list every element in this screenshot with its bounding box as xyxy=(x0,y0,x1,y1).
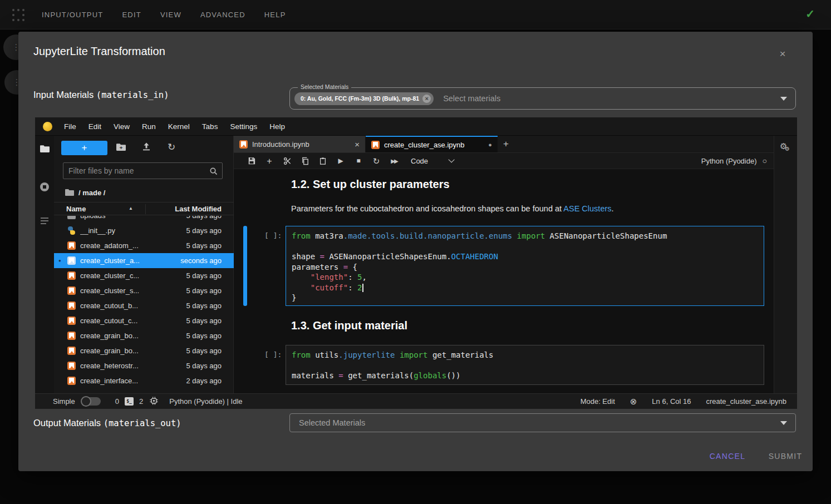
jl-menu-help[interactable]: Help xyxy=(263,122,291,131)
file-row[interactable]: __init__.py5 days ago xyxy=(54,223,234,238)
output-materials-placeholder: Selected Materials xyxy=(299,418,365,427)
tab-introduction[interactable]: Introduction.ipynb × xyxy=(234,136,366,152)
file-row[interactable]: create_cluster_s...5 days ago xyxy=(54,283,234,298)
selected-materials-combobox[interactable]: Selected Materials 0: Au, Gold, FCC (Fm-… xyxy=(289,87,796,110)
material-chip-label: 0: Au, Gold, FCC (Fm-3m) 3D (Bulk), mp-8… xyxy=(301,95,419,102)
running-kernels-tab-icon[interactable] xyxy=(35,182,54,191)
app-menu: INPUT/OUTPUT EDIT VIEW ADVANCED HELP xyxy=(42,0,286,29)
trust-shield-icon[interactable]: ⊗ xyxy=(630,397,637,407)
notebook-icon xyxy=(67,256,76,265)
submit-button[interactable]: SUBMIT xyxy=(764,446,807,466)
terminals-count[interactable]: 0 xyxy=(115,397,119,406)
restart-run-all-icon[interactable]: ▶▶ xyxy=(385,153,403,169)
notebook-tabbar: Introduction.ipynb × create_cluster_ase.… xyxy=(234,136,774,153)
output-materials-label: Output Materials (materials_out) xyxy=(33,418,181,428)
restart-kernel-icon[interactable]: ↻ xyxy=(367,153,385,169)
cut-cells-icon[interactable] xyxy=(278,153,296,169)
cell-collapser-bar[interactable] xyxy=(243,226,247,306)
menu-edit[interactable]: EDIT xyxy=(122,11,141,19)
folder-icon xyxy=(67,216,76,220)
run-cell-icon[interactable]: ▶ xyxy=(332,153,350,169)
chevron-down-icon[interactable] xyxy=(449,156,455,162)
menu-input-output[interactable]: INPUT/OUTPUT xyxy=(42,11,103,19)
column-last-modified[interactable]: Last Modified xyxy=(175,205,222,213)
code-cell-cluster-params[interactable]: from mat3ra.made.tools.build.nanoparticl… xyxy=(286,226,764,306)
file-name: create_cutout_c... xyxy=(80,317,181,325)
table-of-contents-tab-icon[interactable] xyxy=(35,217,54,225)
apps-grid-icon[interactable] xyxy=(12,9,24,21)
menu-help[interactable]: HELP xyxy=(264,11,286,19)
property-inspector-gear-icon[interactable]: ⚙⚙ xyxy=(780,141,787,151)
jl-menu-settings[interactable]: Settings xyxy=(224,122,263,131)
file-row[interactable]: create_grain_bo...5 days ago xyxy=(54,343,234,358)
file-row[interactable]: ●create_cluster_a...seconds ago xyxy=(54,253,234,268)
dropdown-caret-icon[interactable] xyxy=(780,421,787,425)
output-materials-text: Output Materials xyxy=(33,418,104,428)
notebook-icon xyxy=(67,302,76,310)
file-row[interactable]: create_interface...2 days ago xyxy=(54,373,234,388)
file-row[interactable]: create_cutout_b...5 days ago xyxy=(54,298,234,313)
file-row[interactable]: uploads5 days ago xyxy=(54,216,234,223)
tab-create-cluster-ase[interactable]: create_cluster_ase.ipynb ● xyxy=(366,136,498,152)
file-row[interactable]: create_cluster_c...5 days ago xyxy=(54,268,234,283)
refresh-icon[interactable]: ↻ xyxy=(168,141,175,153)
sort-ascending-icon[interactable]: ▲ xyxy=(129,206,133,211)
file-name: create_cluster_c... xyxy=(80,271,181,280)
file-row[interactable]: create_grain_bo...5 days ago xyxy=(54,328,234,343)
jl-menu-edit[interactable]: Edit xyxy=(82,122,107,131)
new-folder-icon[interactable]: + xyxy=(116,143,126,154)
svg-text:+: + xyxy=(120,145,123,151)
input-materials-label: Input Materials (materials_in) xyxy=(33,90,169,100)
filter-files-input[interactable] xyxy=(63,163,222,179)
statusbar-left: Simple 0 $_ 2 Python (Pyodide) | Idle xyxy=(53,397,243,407)
menu-view[interactable]: VIEW xyxy=(160,11,181,19)
file-modified: 5 days ago xyxy=(186,302,222,310)
cancel-button[interactable]: CANCEL xyxy=(703,446,752,466)
column-name[interactable]: Name xyxy=(66,205,86,213)
material-chip[interactable]: 0: Au, Gold, FCC (Fm-3m) 3D (Bulk), mp-8… xyxy=(294,92,434,105)
jl-menu-tabs[interactable]: Tabs xyxy=(196,122,224,131)
section-paragraph: Parameters for the cuboctahedron and ico… xyxy=(291,204,614,213)
kernel-status-text[interactable]: Python (Pyodide) | Idle xyxy=(169,397,242,406)
upload-icon[interactable] xyxy=(142,142,151,154)
file-browser-tab-icon[interactable] xyxy=(35,145,54,153)
file-row[interactable]: create_heterostr...5 days ago xyxy=(54,358,234,373)
activity-bar xyxy=(35,136,54,393)
new-launcher-button[interactable]: + xyxy=(61,141,107,155)
cursor-position[interactable]: Ln 6, Col 16 xyxy=(652,397,691,406)
save-icon[interactable] xyxy=(243,153,260,169)
stop-kernel-icon[interactable]: ■ xyxy=(350,153,367,169)
output-materials-var: (materials_out) xyxy=(104,418,181,428)
mode-indicator[interactable]: Mode: Edit xyxy=(581,397,615,406)
output-materials-dropdown[interactable]: Selected Materials xyxy=(289,413,796,432)
add-cell-icon[interactable]: + xyxy=(260,153,278,169)
chip-remove-icon[interactable]: × xyxy=(422,95,431,103)
dialog-title: JupyterLite Transformation xyxy=(33,45,165,58)
breadcrumb[interactable]: / made / xyxy=(65,187,105,198)
paste-cells-icon[interactable] xyxy=(314,153,332,169)
close-icon[interactable]: × xyxy=(776,47,789,61)
kernel-name: Python (Pyodide) xyxy=(701,157,757,165)
file-row[interactable]: create_adatom_...5 days ago xyxy=(54,238,234,253)
cell-type-select[interactable]: Code xyxy=(411,157,428,165)
file-name: create_cutout_b... xyxy=(80,302,181,310)
jl-menu-view[interactable]: View xyxy=(107,122,136,131)
menu-advanced[interactable]: ADVANCED xyxy=(200,11,245,19)
kernels-count[interactable]: 2 xyxy=(139,397,143,406)
jl-menu-run[interactable]: Run xyxy=(136,122,162,131)
tab-close-icon[interactable]: × xyxy=(355,140,360,149)
check-icon[interactable]: ✓ xyxy=(805,7,815,21)
file-row[interactable]: create_cutout_c...5 days ago xyxy=(54,313,234,328)
jl-menu-file[interactable]: File xyxy=(58,122,82,131)
notebook-content: 1.2. Set up cluster parameters Parameter… xyxy=(234,170,774,393)
notebook-icon xyxy=(67,271,76,280)
jl-menu-kernel[interactable]: Kernel xyxy=(162,122,196,131)
kernel-indicator[interactable]: Python (Pyodide) ○ xyxy=(701,156,774,165)
code-cell-get-materials[interactable]: from utils.jupyterlite import get_materi… xyxy=(286,345,764,385)
simple-mode-toggle[interactable] xyxy=(82,397,101,406)
add-tab-icon[interactable]: + xyxy=(498,136,514,152)
ase-clusters-link[interactable]: ASE Clusters xyxy=(563,204,611,213)
copy-cells-icon[interactable] xyxy=(296,153,314,169)
file-name: create_cluster_a... xyxy=(80,256,176,265)
dropdown-caret-icon[interactable] xyxy=(780,97,787,101)
